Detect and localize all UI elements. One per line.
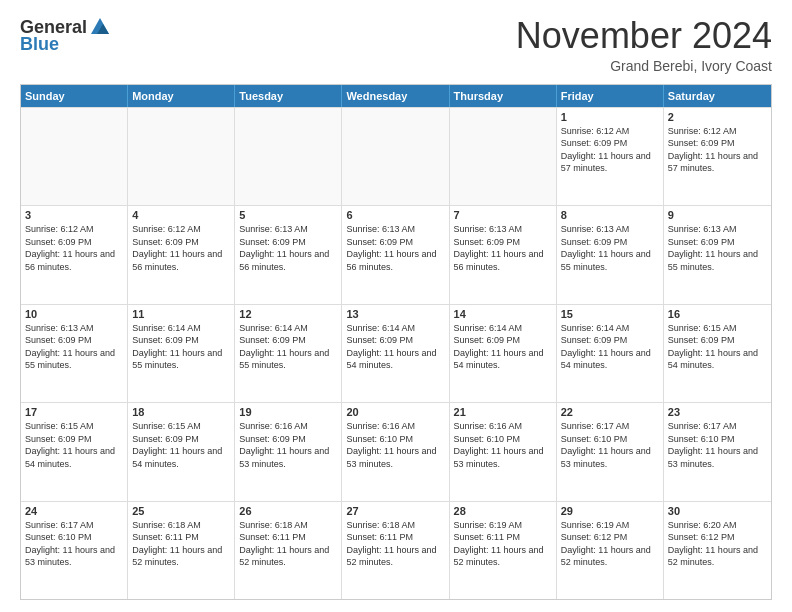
day-info: Sunrise: 6:15 AM Sunset: 6:09 PM Dayligh…: [25, 420, 123, 470]
day-info: Sunrise: 6:17 AM Sunset: 6:10 PM Dayligh…: [561, 420, 659, 470]
day-number: 30: [668, 505, 767, 517]
calendar-cell: 24Sunrise: 6:17 AM Sunset: 6:10 PM Dayli…: [21, 502, 128, 599]
calendar-cell: [21, 108, 128, 205]
day-number: 24: [25, 505, 123, 517]
day-number: 9: [668, 209, 767, 221]
page: General Blue November 2024 Grand Berebi,…: [0, 0, 792, 612]
weekday-header: Tuesday: [235, 85, 342, 107]
calendar-cell: 17Sunrise: 6:15 AM Sunset: 6:09 PM Dayli…: [21, 403, 128, 500]
day-number: 2: [668, 111, 767, 123]
day-number: 16: [668, 308, 767, 320]
calendar-cell: 20Sunrise: 6:16 AM Sunset: 6:10 PM Dayli…: [342, 403, 449, 500]
day-info: Sunrise: 6:15 AM Sunset: 6:09 PM Dayligh…: [668, 322, 767, 372]
header: General Blue November 2024 Grand Berebi,…: [20, 16, 772, 74]
day-number: 15: [561, 308, 659, 320]
day-info: Sunrise: 6:14 AM Sunset: 6:09 PM Dayligh…: [561, 322, 659, 372]
day-info: Sunrise: 6:18 AM Sunset: 6:11 PM Dayligh…: [346, 519, 444, 569]
day-number: 11: [132, 308, 230, 320]
day-info: Sunrise: 6:19 AM Sunset: 6:11 PM Dayligh…: [454, 519, 552, 569]
calendar-cell: 23Sunrise: 6:17 AM Sunset: 6:10 PM Dayli…: [664, 403, 771, 500]
day-info: Sunrise: 6:12 AM Sunset: 6:09 PM Dayligh…: [25, 223, 123, 273]
calendar-cell: 2Sunrise: 6:12 AM Sunset: 6:09 PM Daylig…: [664, 108, 771, 205]
weekday-header: Friday: [557, 85, 664, 107]
day-number: 19: [239, 406, 337, 418]
calendar-cell: 26Sunrise: 6:18 AM Sunset: 6:11 PM Dayli…: [235, 502, 342, 599]
day-info: Sunrise: 6:18 AM Sunset: 6:11 PM Dayligh…: [239, 519, 337, 569]
calendar-cell: 22Sunrise: 6:17 AM Sunset: 6:10 PM Dayli…: [557, 403, 664, 500]
logo-blue-text: Blue: [20, 34, 59, 55]
day-number: 17: [25, 406, 123, 418]
calendar-cell: 27Sunrise: 6:18 AM Sunset: 6:11 PM Dayli…: [342, 502, 449, 599]
day-info: Sunrise: 6:13 AM Sunset: 6:09 PM Dayligh…: [346, 223, 444, 273]
day-number: 20: [346, 406, 444, 418]
day-number: 1: [561, 111, 659, 123]
calendar-cell: 19Sunrise: 6:16 AM Sunset: 6:09 PM Dayli…: [235, 403, 342, 500]
day-info: Sunrise: 6:17 AM Sunset: 6:10 PM Dayligh…: [25, 519, 123, 569]
day-number: 23: [668, 406, 767, 418]
calendar-cell: [128, 108, 235, 205]
location-subtitle: Grand Berebi, Ivory Coast: [516, 58, 772, 74]
day-info: Sunrise: 6:20 AM Sunset: 6:12 PM Dayligh…: [668, 519, 767, 569]
calendar-cell: [235, 108, 342, 205]
day-number: 18: [132, 406, 230, 418]
month-title: November 2024: [516, 16, 772, 56]
day-number: 5: [239, 209, 337, 221]
weekday-header: Sunday: [21, 85, 128, 107]
day-info: Sunrise: 6:13 AM Sunset: 6:09 PM Dayligh…: [668, 223, 767, 273]
day-number: 26: [239, 505, 337, 517]
calendar-cell: 21Sunrise: 6:16 AM Sunset: 6:10 PM Dayli…: [450, 403, 557, 500]
day-number: 13: [346, 308, 444, 320]
calendar-row: 17Sunrise: 6:15 AM Sunset: 6:09 PM Dayli…: [21, 402, 771, 500]
calendar-row: 10Sunrise: 6:13 AM Sunset: 6:09 PM Dayli…: [21, 304, 771, 402]
weekday-header: Monday: [128, 85, 235, 107]
day-info: Sunrise: 6:16 AM Sunset: 6:09 PM Dayligh…: [239, 420, 337, 470]
calendar-cell: 11Sunrise: 6:14 AM Sunset: 6:09 PM Dayli…: [128, 305, 235, 402]
calendar-cell: 8Sunrise: 6:13 AM Sunset: 6:09 PM Daylig…: [557, 206, 664, 303]
calendar-cell: 3Sunrise: 6:12 AM Sunset: 6:09 PM Daylig…: [21, 206, 128, 303]
calendar-cell: [450, 108, 557, 205]
weekday-header: Wednesday: [342, 85, 449, 107]
day-number: 7: [454, 209, 552, 221]
calendar-cell: 6Sunrise: 6:13 AM Sunset: 6:09 PM Daylig…: [342, 206, 449, 303]
day-number: 10: [25, 308, 123, 320]
day-info: Sunrise: 6:13 AM Sunset: 6:09 PM Dayligh…: [25, 322, 123, 372]
day-info: Sunrise: 6:18 AM Sunset: 6:11 PM Dayligh…: [132, 519, 230, 569]
weekday-header: Thursday: [450, 85, 557, 107]
day-info: Sunrise: 6:13 AM Sunset: 6:09 PM Dayligh…: [239, 223, 337, 273]
calendar-cell: [342, 108, 449, 205]
day-number: 28: [454, 505, 552, 517]
day-number: 29: [561, 505, 659, 517]
day-number: 25: [132, 505, 230, 517]
day-info: Sunrise: 6:17 AM Sunset: 6:10 PM Dayligh…: [668, 420, 767, 470]
weekday-header: Saturday: [664, 85, 771, 107]
calendar-header: SundayMondayTuesdayWednesdayThursdayFrid…: [21, 85, 771, 107]
logo-icon: [89, 16, 111, 38]
day-info: Sunrise: 6:14 AM Sunset: 6:09 PM Dayligh…: [239, 322, 337, 372]
calendar-cell: 1Sunrise: 6:12 AM Sunset: 6:09 PM Daylig…: [557, 108, 664, 205]
calendar-cell: 15Sunrise: 6:14 AM Sunset: 6:09 PM Dayli…: [557, 305, 664, 402]
day-number: 27: [346, 505, 444, 517]
day-info: Sunrise: 6:14 AM Sunset: 6:09 PM Dayligh…: [454, 322, 552, 372]
title-area: November 2024 Grand Berebi, Ivory Coast: [516, 16, 772, 74]
day-number: 6: [346, 209, 444, 221]
day-info: Sunrise: 6:16 AM Sunset: 6:10 PM Dayligh…: [454, 420, 552, 470]
day-number: 14: [454, 308, 552, 320]
calendar-row: 24Sunrise: 6:17 AM Sunset: 6:10 PM Dayli…: [21, 501, 771, 599]
calendar-cell: 4Sunrise: 6:12 AM Sunset: 6:09 PM Daylig…: [128, 206, 235, 303]
calendar-body: 1Sunrise: 6:12 AM Sunset: 6:09 PM Daylig…: [21, 107, 771, 599]
day-info: Sunrise: 6:13 AM Sunset: 6:09 PM Dayligh…: [561, 223, 659, 273]
calendar-cell: 10Sunrise: 6:13 AM Sunset: 6:09 PM Dayli…: [21, 305, 128, 402]
calendar-cell: 5Sunrise: 6:13 AM Sunset: 6:09 PM Daylig…: [235, 206, 342, 303]
day-info: Sunrise: 6:12 AM Sunset: 6:09 PM Dayligh…: [132, 223, 230, 273]
calendar-cell: 25Sunrise: 6:18 AM Sunset: 6:11 PM Dayli…: [128, 502, 235, 599]
calendar: SundayMondayTuesdayWednesdayThursdayFrid…: [20, 84, 772, 600]
day-info: Sunrise: 6:12 AM Sunset: 6:09 PM Dayligh…: [561, 125, 659, 175]
calendar-row: 1Sunrise: 6:12 AM Sunset: 6:09 PM Daylig…: [21, 107, 771, 205]
calendar-cell: 29Sunrise: 6:19 AM Sunset: 6:12 PM Dayli…: [557, 502, 664, 599]
day-info: Sunrise: 6:19 AM Sunset: 6:12 PM Dayligh…: [561, 519, 659, 569]
day-info: Sunrise: 6:13 AM Sunset: 6:09 PM Dayligh…: [454, 223, 552, 273]
calendar-cell: 12Sunrise: 6:14 AM Sunset: 6:09 PM Dayli…: [235, 305, 342, 402]
calendar-cell: 7Sunrise: 6:13 AM Sunset: 6:09 PM Daylig…: [450, 206, 557, 303]
calendar-cell: 18Sunrise: 6:15 AM Sunset: 6:09 PM Dayli…: [128, 403, 235, 500]
day-number: 8: [561, 209, 659, 221]
